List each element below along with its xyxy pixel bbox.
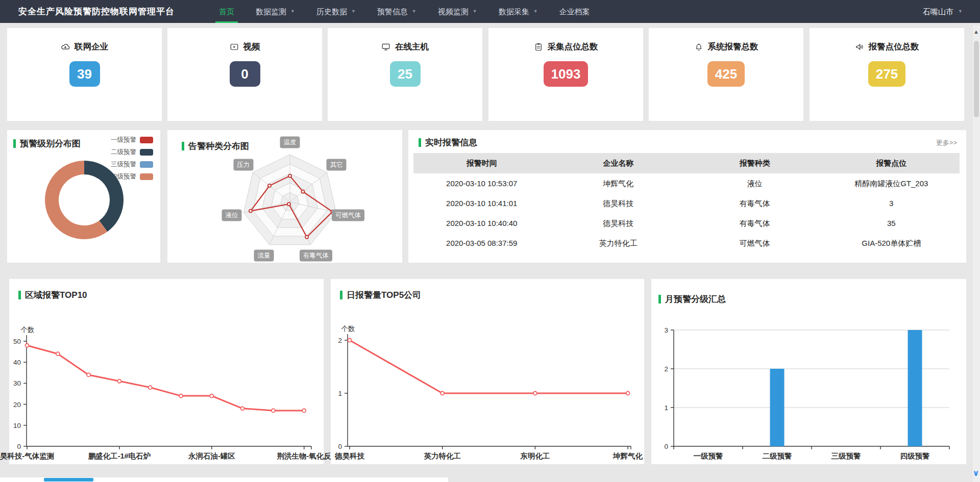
top-nav: 安全生产风险预警防控物联网管理平台 首页数据监测▼历史数据▼预警信息▼视频监测▼… — [0, 0, 980, 23]
cell-alarm-type: 有毒气体 — [687, 193, 823, 213]
nav-item-video-monitoring[interactable]: 视频监测▼ — [427, 0, 488, 23]
chevron-down-icon: ▼ — [533, 0, 538, 23]
stat-value-badge: 0 — [230, 61, 260, 87]
stat-label: 报警点位总数 — [869, 41, 919, 53]
cloud-icon — [61, 42, 70, 52]
panel-alert-level-distribution: 预警级别分布图 一级预警二级预警三级预警四级预警 — [7, 130, 160, 263]
svg-text:昊科技-气体监测: 昊科技-气体监测 — [0, 452, 54, 460]
svg-text:2: 2 — [338, 337, 342, 344]
stat-card-collection-points-total: 采集点位总数1093 — [488, 28, 643, 121]
stat-card-header: 在线主机 — [381, 41, 429, 53]
bell-icon — [694, 42, 703, 52]
speaker-icon — [855, 42, 864, 52]
svg-text:3: 3 — [664, 326, 668, 334]
svg-text:10: 10 — [13, 422, 21, 429]
svg-text:个数: 个数 — [21, 326, 35, 334]
svg-text:0: 0 — [338, 443, 342, 450]
svg-text:东明化工: 东明化工 — [520, 452, 550, 460]
nav-item-history-data[interactable]: 历史数据▼ — [306, 0, 366, 23]
stat-card-system-alarms-total: 系统报警总数425 — [649, 28, 803, 121]
stat-value-badge: 39 — [69, 61, 100, 87]
radar-axis-label: 可燃气体 — [332, 210, 364, 221]
panel-monthly-alert-summary: 月预警分级汇总 0123一级预警二级预警三级预警四级预警 — [651, 279, 966, 464]
app-title: 安全生产风险预警防控物联网管理平台 — [18, 0, 175, 23]
cell-alarm-time: 2020-03-05 08:37:59 — [413, 233, 550, 253]
nav-item-data-monitoring[interactable]: 数据监测▼ — [245, 0, 306, 23]
stat-card-header: 采集点位总数 — [534, 41, 598, 53]
cell-alarm-type: 液位 — [687, 173, 823, 193]
table-row[interactable]: 2020-03-10 10:53:07坤辉气化液位精醇南罐液位GT_203 — [413, 173, 960, 193]
table-row[interactable]: 2020-03-10 10:41:01德昊科技有毒气体3 — [413, 193, 960, 213]
cell-alarm-point: 35 — [823, 213, 960, 233]
region-selector[interactable]: 石嘴山市 ▼ — [923, 0, 963, 23]
scroll-up-arrow-icon[interactable]: ▲ — [973, 29, 979, 35]
scrollbar-thumb[interactable] — [974, 41, 979, 117]
nav-item-home[interactable]: 首页 — [208, 0, 245, 23]
cell-alarm-point: 3 — [823, 193, 960, 213]
radar-axis-label: 流量 — [254, 250, 274, 262]
cell-alarm-type: 有毒气体 — [687, 213, 823, 233]
radar-axis-label: 压力 — [233, 159, 253, 171]
next-section-sliver — [0, 477, 448, 482]
panel-title: 实时报警信息 — [419, 137, 477, 148]
radar-axis-label: 其它 — [327, 159, 347, 171]
nav-item-label: 首页 — [219, 0, 234, 23]
stat-label: 在线主机 — [395, 41, 429, 53]
cell-alarm-point: 精醇南罐液位GT_203 — [823, 173, 960, 193]
svg-text:坤辉气化: 坤辉气化 — [612, 452, 643, 460]
column-header: 报警时间 — [413, 153, 550, 173]
svg-text:0: 0 — [664, 443, 668, 450]
nav-item-label: 数据采集 — [499, 0, 529, 23]
svg-text:0: 0 — [17, 443, 21, 450]
svg-text:个数: 个数 — [341, 325, 355, 333]
column-header: 企业名称 — [550, 153, 687, 173]
stat-value-badge: 1093 — [544, 61, 589, 87]
cell-enterprise-name: 德昊科技 — [550, 193, 687, 213]
stat-value-badge: 25 — [390, 61, 421, 87]
svg-text:二级预警: 二级预警 — [763, 452, 793, 460]
region-label: 石嘴山市 — [923, 0, 953, 23]
svg-text:德昊科技: 德昊科技 — [334, 452, 365, 460]
stat-card-header: 视频 — [230, 41, 260, 53]
realtime-alarm-table: 报警时间企业名称报警种类报警点位 2020-03-10 10:53:07坤辉气化… — [413, 153, 960, 253]
clipboard-icon — [534, 42, 543, 52]
svg-text:四级预警: 四级预警 — [900, 452, 930, 460]
dashboard-page: 安全生产风险预警防控物联网管理平台 首页数据监测▼历史数据▼预警信息▼视频监测▼… — [0, 0, 980, 482]
nav-menu: 首页数据监测▼历史数据▼预警信息▼视频监测▼数据采集▼企业档案 — [208, 0, 601, 23]
nav-item-alert-info[interactable]: 预警信息▼ — [366, 0, 427, 23]
radar-axis-label: 有毒气体 — [300, 250, 332, 262]
alert-level-donut-chart — [7, 130, 160, 263]
chevron-down-icon: ▼ — [351, 0, 356, 23]
radar-axis-label: 液位 — [222, 210, 241, 221]
svg-text:一级预警: 一级预警 — [694, 452, 724, 460]
svg-text:50: 50 — [13, 338, 21, 345]
nav-item-label: 历史数据 — [316, 0, 347, 23]
table-row[interactable]: 2020-03-05 08:37:59英力特化工可燃气体GIA-520单体贮槽 — [413, 233, 960, 253]
nav-item-data-collection[interactable]: 数据采集▼ — [488, 0, 549, 23]
stat-label: 采集点位总数 — [548, 41, 598, 53]
panel-alarm-type-distribution: 告警种类分布图 温度其它可燃气体有毒气体流量液位压力 — [167, 130, 402, 263]
alarm-type-radar-chart — [167, 130, 402, 263]
table-row[interactable]: 2020-03-10 10:40:40德昊科技有毒气体35 — [413, 213, 960, 233]
svg-text:英力特化工: 英力特化工 — [424, 452, 461, 460]
stat-label: 视频 — [243, 41, 260, 53]
svg-text:永润石油-罐区: 永润石油-罐区 — [188, 452, 235, 460]
daily-alarm-top5-line-chart: 012个数德昊科技英力特化工东明化工坤辉气化 — [331, 279, 644, 464]
table-header-row: 报警时间企业名称报警种类报警点位 — [413, 153, 960, 173]
radar-axis-label: 温度 — [280, 137, 300, 148]
cell-enterprise-name: 英力特化工 — [550, 233, 687, 253]
svg-text:三级预警: 三级预警 — [831, 452, 862, 460]
green-accent-bar — [419, 138, 421, 147]
chevron-down-icon: ▼ — [412, 0, 416, 23]
cell-alarm-type: 可燃气体 — [687, 233, 823, 253]
more-link[interactable]: 更多>> — [936, 138, 957, 147]
nav-item-enterprise-archive[interactable]: 企业档案 — [549, 0, 601, 23]
chevron-down-icon: ▼ — [290, 0, 295, 23]
stat-card-videos: 视频0 — [167, 28, 322, 121]
column-header: 报警种类 — [687, 153, 823, 173]
panel-realtime-alarms: 实时报警信息 更多>> 报警时间企业名称报警种类报警点位 2020-03-10 … — [408, 130, 966, 263]
scroll-down-chevron-icon[interactable]: ∨ — [972, 468, 979, 478]
chevron-down-icon: ▼ — [958, 0, 963, 23]
cell-alarm-time: 2020-03-10 10:53:07 — [413, 173, 550, 193]
stat-card-online-hosts: 在线主机25 — [328, 28, 482, 121]
